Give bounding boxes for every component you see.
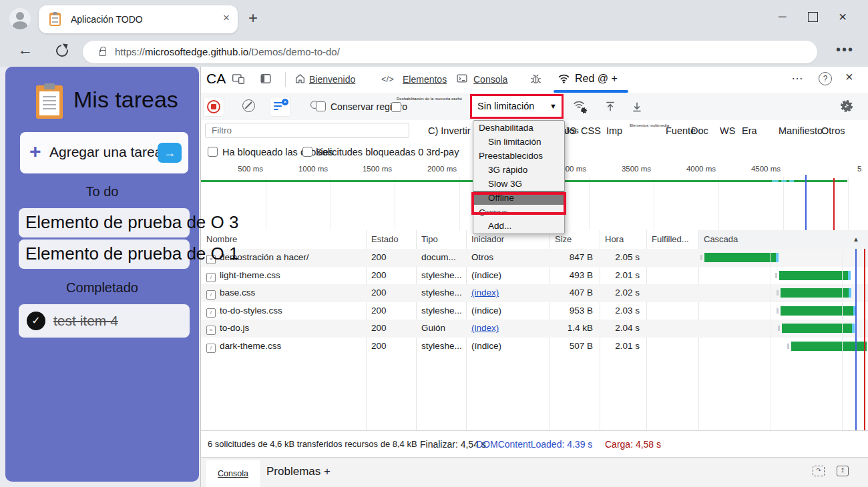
- type-cell: Guión: [416, 320, 466, 338]
- filter-chip-ws[interactable]: WS: [720, 125, 735, 136]
- reload-icon[interactable]: [55, 43, 68, 57]
- todo-list-item[interactable]: Elemento de prueba de O 3: [19, 208, 190, 237]
- filter-chip-css[interactable]: CSS: [581, 125, 601, 136]
- initiator-cell: (index): [466, 320, 550, 338]
- network-summary-bar: 6 solicitudes de 4,6 kB transferidos rec…: [201, 430, 868, 458]
- drawer-expand-icon[interactable]: ↥: [837, 466, 849, 476]
- add-task-field[interactable]: + Agregar una tarea →: [20, 132, 188, 173]
- record-network-log-button[interactable]: [204, 97, 224, 116]
- initiator-text: (índice): [471, 306, 501, 316]
- initiator-text: (índice): [471, 270, 501, 280]
- tab-bienvenido[interactable]: Bienvenido: [309, 74, 355, 85]
- waterfall-bar-cap: [849, 288, 851, 298]
- drawer-tab-consola[interactable]: Consola: [206, 460, 260, 487]
- tab-red-network[interactable]: Red @ +: [575, 73, 618, 85]
- filter-chip-js[interactable]: JS: [565, 125, 576, 136]
- add-task-label: Agregar una tarea: [49, 144, 162, 160]
- close-tab-icon[interactable]: ×: [223, 11, 230, 25]
- help-icon[interactable]: ?: [819, 72, 832, 85]
- column-header-estado[interactable]: Estado: [366, 230, 416, 249]
- initiator-cell: (índice): [466, 267, 550, 285]
- waterfall-connector-tick: [777, 290, 779, 296]
- filter-toggle-button[interactable]: ×: [270, 97, 290, 116]
- maximize-button[interactable]: [808, 12, 818, 22]
- profile-avatar-icon[interactable]: [9, 8, 31, 29]
- initiator-cell: Otros: [466, 249, 550, 267]
- browser-tab[interactable]: Aplicación TODO ×: [39, 5, 238, 33]
- todo-list-item[interactable]: Elemento de prueba de O 1: [19, 239, 190, 269]
- drawer-activity-icon[interactable]: ↷: [813, 466, 825, 476]
- sort-arrow-icon[interactable]: ▲: [853, 230, 859, 249]
- timeline-gridline: [266, 177, 266, 230]
- timeline-gridline: [718, 177, 719, 230]
- fulfilled-cell: [646, 249, 698, 267]
- disable-cache-label: Deshabilitación de la memoria caché: [397, 97, 475, 101]
- drawer-problems-label[interactable]: Problemas +: [266, 465, 331, 478]
- throttle-option-deshabilitada[interactable]: Deshabilitada: [473, 121, 564, 135]
- column-header-tipo[interactable]: Tipo: [416, 230, 466, 249]
- home-icon[interactable]: [294, 73, 306, 87]
- submit-task-button[interactable]: →: [158, 143, 182, 163]
- tab-consola[interactable]: Consola: [473, 74, 507, 85]
- browser-toolbar: ← https://microsoftedge.github.io/Demos/…: [0, 37, 868, 67]
- waterfall-connector-tick: [778, 326, 780, 331]
- timeline-tick-label: 3500 ms: [600, 165, 651, 173]
- blocked-requests-checkbox[interactable]: [302, 147, 312, 157]
- preserve-log-checkbox[interactable]: [316, 101, 326, 111]
- filter-chip-imp[interactable]: Imp: [606, 125, 622, 136]
- throttle-option-slow-3g[interactable]: Slow 3G: [473, 177, 564, 191]
- fulfilled-cell: [646, 320, 698, 338]
- status-cell: 200: [366, 320, 416, 338]
- initiator-link[interactable]: (index): [471, 323, 499, 333]
- network-request-row[interactable]: /light-theme.css200styleshe...(índice)49…: [201, 267, 868, 285]
- network-request-row[interactable]: /base.css200styleshe...(index)407 B2.02 …: [201, 284, 868, 302]
- export-har-icon[interactable]: [627, 97, 647, 116]
- initiator-link[interactable]: (index): [471, 288, 499, 298]
- status-cell: 200: [366, 338, 416, 356]
- devtools-overlay-label: CA: [206, 71, 226, 87]
- devtools-menu-icon[interactable]: …: [791, 69, 804, 83]
- import-har-icon[interactable]: [600, 97, 620, 116]
- throttle-option-preestablecidos[interactable]: Preestablecidos: [473, 149, 564, 163]
- network-request-row[interactable]: /to-do-styles.css200styleshe...(índice)9…: [201, 302, 868, 320]
- filter-chip-otros[interactable]: Otros: [821, 125, 845, 136]
- filter-chip-manifiesto[interactable]: Manifiesto: [779, 125, 823, 136]
- blocked-cookies-checkbox[interactable]: [208, 147, 218, 157]
- address-bar[interactable]: https://microsoftedge.github.io/Demos/de…: [83, 41, 817, 63]
- back-icon[interactable]: ←: [17, 41, 33, 59]
- check-icon[interactable]: ✓: [27, 312, 45, 330]
- column-header-fulfilled-[interactable]: Fulfilled...: [646, 230, 698, 249]
- clear-network-log-button[interactable]: [240, 97, 260, 116]
- throttle-option-sin-limitaci-n[interactable]: Sin limitación: [473, 135, 564, 149]
- column-header-hora[interactable]: Hora: [600, 230, 646, 249]
- close-devtools-icon[interactable]: ×: [845, 69, 853, 85]
- throttle-option-3g-r-pido[interactable]: 3G rápido: [473, 163, 564, 177]
- type-cell: styleshe...: [416, 267, 466, 285]
- close-window-button[interactable]: ×: [839, 9, 847, 25]
- device-emulation-icon[interactable]: [232, 73, 245, 87]
- minimize-button[interactable]: ─: [779, 11, 786, 23]
- network-request-row[interactable]: ≡demostración a hacer/200docum...Otros84…: [201, 249, 868, 267]
- completed-list-item[interactable]: ✓test item 4: [19, 304, 190, 338]
- tab-elementos[interactable]: Elementos: [403, 74, 447, 85]
- console-icon[interactable]: [456, 73, 468, 87]
- browser-menu-icon[interactable]: •••: [836, 42, 854, 57]
- settings-gear-icon[interactable]: [841, 100, 853, 112]
- network-conditions-icon[interactable]: [570, 97, 590, 116]
- throttling-select[interactable]: Sin limitación: [477, 101, 534, 111]
- network-request-row[interactable]: ‹›to-do.js200Guión(index)1.4 kB2.04 s: [201, 320, 868, 338]
- code-icon[interactable]: </>: [381, 74, 394, 84]
- network-request-row[interactable]: /dark-theme.css200styleshe...(índice)507…: [201, 338, 868, 356]
- new-tab-button[interactable]: +: [248, 9, 258, 27]
- throttle-option-add-[interactable]: Add...: [473, 219, 564, 233]
- disable-cache-checkbox[interactable]: [391, 102, 401, 112]
- filter-chip-doc[interactable]: Doc: [691, 125, 708, 136]
- time-cell: 2.01 s: [600, 267, 646, 285]
- request-name-cell: /base.css: [201, 284, 366, 302]
- dock-panel-icon[interactable]: [260, 73, 272, 87]
- column-header-cascada[interactable]: Cascada: [698, 230, 868, 249]
- request-name-cell: /dark-theme.css: [201, 338, 366, 356]
- overview-load-line: [833, 178, 835, 230]
- bug-icon[interactable]: [529, 73, 542, 88]
- filter-chip-era[interactable]: Era: [742, 125, 757, 136]
